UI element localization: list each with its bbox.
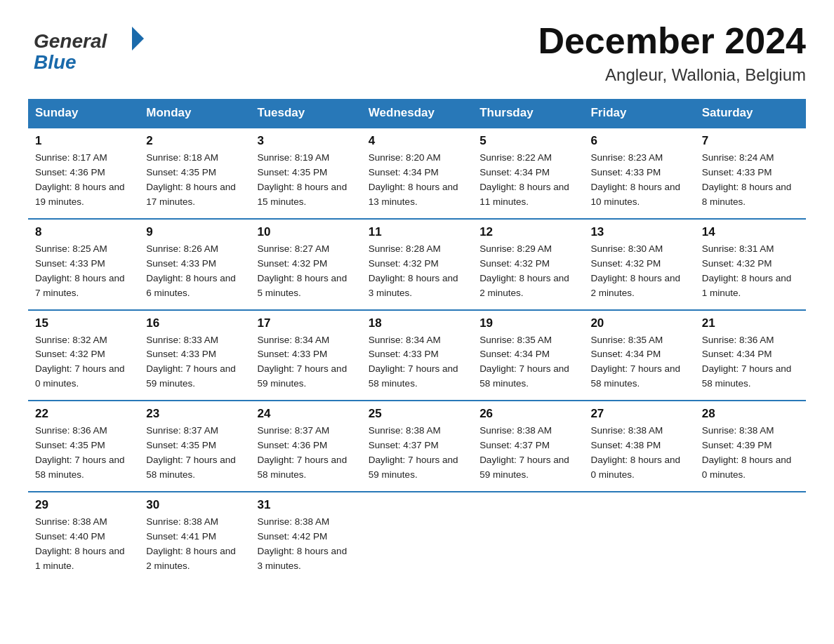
day-info: Sunrise: 8:36 AMSunset: 4:35 PMDaylight:… <box>35 424 132 483</box>
calendar-week-3: 15Sunrise: 8:32 AMSunset: 4:32 PMDayligh… <box>28 310 806 401</box>
calendar-cell: 8Sunrise: 8:25 AMSunset: 4:33 PMDaylight… <box>28 219 139 310</box>
day-number: 22 <box>35 407 132 421</box>
day-info: Sunrise: 8:32 AMSunset: 4:32 PMDaylight:… <box>35 333 132 392</box>
day-number: 17 <box>258 316 355 330</box>
day-info: Sunrise: 8:20 AMSunset: 4:34 PMDaylight:… <box>369 151 465 210</box>
day-info: Sunrise: 8:31 AMSunset: 4:32 PMDaylight:… <box>702 242 799 301</box>
day-number: 26 <box>479 407 576 421</box>
day-info: Sunrise: 8:38 AMSunset: 4:37 PMDaylight:… <box>369 424 465 483</box>
weekday-header-thursday: Thursday <box>472 99 583 128</box>
day-info: Sunrise: 8:17 AMSunset: 4:36 PMDaylight:… <box>35 151 132 210</box>
logo-svg: General Blue <box>28 21 147 70</box>
calendar-cell: 27Sunrise: 8:38 AMSunset: 4:38 PMDayligh… <box>583 401 694 492</box>
day-info: Sunrise: 8:37 AMSunset: 4:35 PMDaylight:… <box>146 424 243 483</box>
day-number: 25 <box>369 407 465 421</box>
calendar-cell: 9Sunrise: 8:26 AMSunset: 4:33 PMDaylight… <box>139 219 250 310</box>
calendar-cell <box>695 492 806 582</box>
day-info: Sunrise: 8:19 AMSunset: 4:35 PMDaylight:… <box>258 151 355 210</box>
day-info: Sunrise: 8:38 AMSunset: 4:39 PMDaylight:… <box>702 424 799 483</box>
calendar-cell: 10Sunrise: 8:27 AMSunset: 4:32 PMDayligh… <box>251 219 362 310</box>
day-number: 8 <box>35 225 132 239</box>
day-number: 23 <box>146 407 243 421</box>
calendar-cell: 11Sunrise: 8:28 AMSunset: 4:32 PMDayligh… <box>362 219 472 310</box>
day-info: Sunrise: 8:28 AMSunset: 4:32 PMDaylight:… <box>369 242 465 301</box>
calendar-cell: 25Sunrise: 8:38 AMSunset: 4:37 PMDayligh… <box>362 401 472 492</box>
calendar-cell: 18Sunrise: 8:34 AMSunset: 4:33 PMDayligh… <box>362 310 472 401</box>
calendar-week-5: 29Sunrise: 8:38 AMSunset: 4:40 PMDayligh… <box>28 492 806 582</box>
day-info: Sunrise: 8:18 AMSunset: 4:35 PMDaylight:… <box>146 151 243 210</box>
calendar-cell: 3Sunrise: 8:19 AMSunset: 4:35 PMDaylight… <box>251 128 362 219</box>
day-info: Sunrise: 8:33 AMSunset: 4:33 PMDaylight:… <box>146 333 243 392</box>
title-block: December 2024 Angleur, Wallonia, Belgium <box>538 21 806 85</box>
day-number: 1 <box>35 134 132 148</box>
calendar-cell: 20Sunrise: 8:35 AMSunset: 4:34 PMDayligh… <box>583 310 694 401</box>
calendar-cell: 15Sunrise: 8:32 AMSunset: 4:32 PMDayligh… <box>28 310 139 401</box>
day-info: Sunrise: 8:35 AMSunset: 4:34 PMDaylight:… <box>590 333 687 392</box>
calendar-cell: 23Sunrise: 8:37 AMSunset: 4:35 PMDayligh… <box>139 401 250 492</box>
weekday-header-row: SundayMondayTuesdayWednesdayThursdayFrid… <box>28 99 806 128</box>
calendar-week-1: 1Sunrise: 8:17 AMSunset: 4:36 PMDaylight… <box>28 128 806 219</box>
weekday-header-friday: Friday <box>583 99 694 128</box>
day-number: 3 <box>258 134 355 148</box>
day-number: 2 <box>146 134 243 148</box>
day-info: Sunrise: 8:27 AMSunset: 4:32 PMDaylight:… <box>258 242 355 301</box>
day-number: 30 <box>146 498 243 512</box>
day-number: 6 <box>590 134 687 148</box>
day-info: Sunrise: 8:34 AMSunset: 4:33 PMDaylight:… <box>258 333 355 392</box>
calendar-cell: 17Sunrise: 8:34 AMSunset: 4:33 PMDayligh… <box>251 310 362 401</box>
calendar-cell: 12Sunrise: 8:29 AMSunset: 4:32 PMDayligh… <box>472 219 583 310</box>
day-number: 24 <box>258 407 355 421</box>
day-number: 4 <box>369 134 465 148</box>
calendar-cell: 26Sunrise: 8:38 AMSunset: 4:37 PMDayligh… <box>472 401 583 492</box>
calendar-cell: 24Sunrise: 8:37 AMSunset: 4:36 PMDayligh… <box>251 401 362 492</box>
calendar-cell: 21Sunrise: 8:36 AMSunset: 4:34 PMDayligh… <box>695 310 806 401</box>
day-info: Sunrise: 8:22 AMSunset: 4:34 PMDaylight:… <box>479 151 576 210</box>
calendar-cell: 16Sunrise: 8:33 AMSunset: 4:33 PMDayligh… <box>139 310 250 401</box>
calendar-cell: 31Sunrise: 8:38 AMSunset: 4:42 PMDayligh… <box>251 492 362 582</box>
weekday-header-monday: Monday <box>139 99 250 128</box>
calendar-cell: 2Sunrise: 8:18 AMSunset: 4:35 PMDaylight… <box>139 128 250 219</box>
day-number: 31 <box>258 498 355 512</box>
day-info: Sunrise: 8:35 AMSunset: 4:34 PMDaylight:… <box>479 333 576 392</box>
day-number: 10 <box>258 225 355 239</box>
calendar-cell: 14Sunrise: 8:31 AMSunset: 4:32 PMDayligh… <box>695 219 806 310</box>
calendar-cell <box>583 492 694 582</box>
day-number: 14 <box>702 225 799 239</box>
calendar-cell: 6Sunrise: 8:23 AMSunset: 4:33 PMDaylight… <box>583 128 694 219</box>
svg-text:Blue: Blue <box>34 51 77 70</box>
svg-marker-1 <box>132 27 144 51</box>
day-number: 20 <box>590 316 687 330</box>
day-info: Sunrise: 8:26 AMSunset: 4:33 PMDaylight:… <box>146 242 243 301</box>
day-number: 11 <box>369 225 465 239</box>
weekday-header-tuesday: Tuesday <box>251 99 362 128</box>
calendar-cell: 28Sunrise: 8:38 AMSunset: 4:39 PMDayligh… <box>695 401 806 492</box>
calendar-cell: 19Sunrise: 8:35 AMSunset: 4:34 PMDayligh… <box>472 310 583 401</box>
day-info: Sunrise: 8:24 AMSunset: 4:33 PMDaylight:… <box>702 151 799 210</box>
day-info: Sunrise: 8:36 AMSunset: 4:34 PMDaylight:… <box>702 333 799 392</box>
calendar-week-2: 8Sunrise: 8:25 AMSunset: 4:33 PMDaylight… <box>28 219 806 310</box>
day-info: Sunrise: 8:25 AMSunset: 4:33 PMDaylight:… <box>35 242 132 301</box>
day-number: 28 <box>702 407 799 421</box>
calendar-cell: 13Sunrise: 8:30 AMSunset: 4:32 PMDayligh… <box>583 219 694 310</box>
calendar-cell: 7Sunrise: 8:24 AMSunset: 4:33 PMDaylight… <box>695 128 806 219</box>
calendar-cell: 29Sunrise: 8:38 AMSunset: 4:40 PMDayligh… <box>28 492 139 582</box>
calendar-cell <box>472 492 583 582</box>
calendar-cell: 30Sunrise: 8:38 AMSunset: 4:41 PMDayligh… <box>139 492 250 582</box>
day-info: Sunrise: 8:38 AMSunset: 4:38 PMDaylight:… <box>590 424 687 483</box>
day-number: 13 <box>590 225 687 239</box>
day-number: 29 <box>35 498 132 512</box>
calendar-cell <box>362 492 472 582</box>
day-info: Sunrise: 8:38 AMSunset: 4:37 PMDaylight:… <box>479 424 576 483</box>
day-number: 27 <box>590 407 687 421</box>
logo: General Blue <box>28 21 147 70</box>
day-info: Sunrise: 8:38 AMSunset: 4:40 PMDaylight:… <box>35 515 132 574</box>
day-info: Sunrise: 8:37 AMSunset: 4:36 PMDaylight:… <box>258 424 355 483</box>
day-info: Sunrise: 8:29 AMSunset: 4:32 PMDaylight:… <box>479 242 576 301</box>
day-info: Sunrise: 8:30 AMSunset: 4:32 PMDaylight:… <box>590 242 687 301</box>
day-info: Sunrise: 8:34 AMSunset: 4:33 PMDaylight:… <box>369 333 465 392</box>
svg-text:General: General <box>34 30 107 52</box>
day-number: 7 <box>702 134 799 148</box>
day-info: Sunrise: 8:38 AMSunset: 4:41 PMDaylight:… <box>146 515 243 574</box>
weekday-header-wednesday: Wednesday <box>362 99 472 128</box>
day-number: 12 <box>479 225 576 239</box>
